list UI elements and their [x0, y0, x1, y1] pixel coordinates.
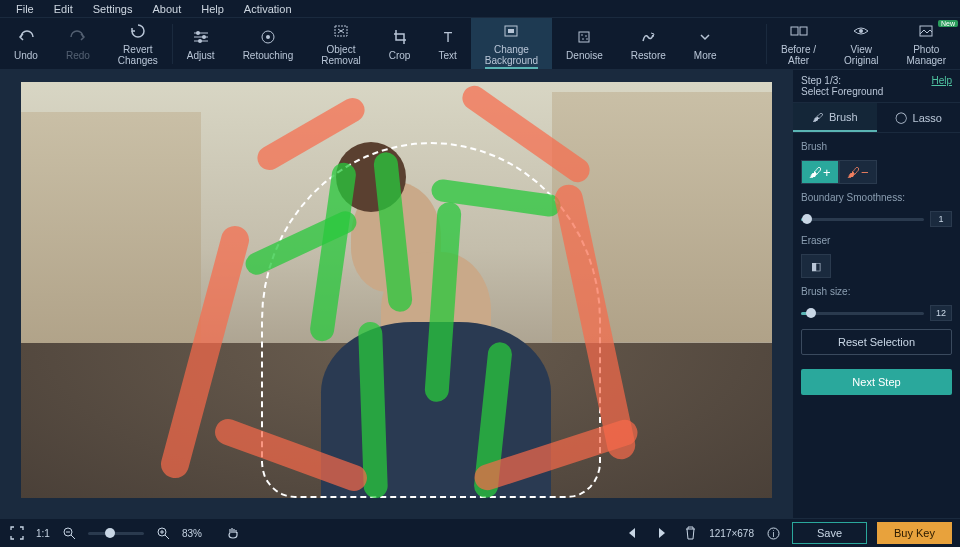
svg-rect-13 [508, 29, 514, 33]
zoom-ratio[interactable]: 1:1 [36, 528, 50, 539]
boundary-label: Boundary Smoothness: [801, 192, 952, 203]
svg-text:T: T [443, 29, 452, 45]
svg-point-3 [196, 31, 200, 35]
menu-activation[interactable]: Activation [234, 1, 302, 17]
zoom-in-button[interactable] [154, 524, 172, 542]
adjust-icon [192, 27, 210, 47]
svg-line-27 [165, 535, 169, 539]
denoise-icon [575, 27, 593, 47]
next-step-button[interactable]: Next Step [801, 369, 952, 395]
tool-tabs: 🖌 Brush ◯ Lasso [793, 103, 960, 133]
background-building [21, 112, 201, 352]
delete-button[interactable] [681, 524, 699, 542]
svg-rect-14 [579, 32, 589, 42]
revert-label: Revert Changes [118, 44, 158, 66]
adjust-button[interactable]: Adjust [173, 18, 229, 69]
fullscreen-button[interactable] [8, 524, 26, 542]
help-link[interactable]: Help [931, 75, 952, 86]
info-button[interactable]: i [764, 524, 782, 542]
undo-icon [17, 27, 35, 47]
object-removal-button[interactable]: Object Removal [307, 18, 374, 69]
svg-point-21 [859, 29, 863, 33]
revert-icon [129, 21, 147, 41]
svg-point-17 [583, 38, 585, 40]
more-button[interactable]: More [680, 18, 731, 69]
tab-brush[interactable]: 🖌 Brush [793, 103, 877, 132]
sidebar: Step 1/3: Select Foreground Help 🖌 Brush… [792, 70, 960, 518]
before-after-icon [789, 21, 809, 41]
menu-settings[interactable]: Settings [83, 1, 143, 17]
next-image-button[interactable] [653, 524, 671, 542]
crop-icon [391, 27, 409, 47]
menubar: File Edit Settings About Help Activation [0, 0, 960, 18]
pan-button[interactable] [224, 524, 242, 542]
eraser-icon: ◧ [811, 260, 821, 273]
eraser-label: Eraser [801, 235, 952, 246]
text-icon: T [439, 27, 457, 47]
boundary-value[interactable]: 1 [930, 211, 952, 227]
save-button[interactable]: Save [792, 522, 867, 544]
svg-rect-20 [800, 27, 807, 35]
canvas-area[interactable] [0, 70, 792, 518]
svg-point-16 [586, 35, 588, 37]
crop-button[interactable]: Crop [375, 18, 425, 69]
retouching-button[interactable]: Retouching [229, 18, 308, 69]
reset-selection-button[interactable]: Reset Selection [801, 329, 952, 355]
undo-button[interactable]: Undo [0, 18, 52, 69]
object-removal-icon [332, 21, 350, 41]
eye-icon [852, 21, 870, 41]
new-badge: New [938, 20, 958, 27]
svg-rect-19 [791, 27, 798, 35]
restore-button[interactable]: Restore [617, 18, 680, 69]
svg-point-5 [198, 39, 202, 43]
image-dimensions: 1217×678 [709, 528, 754, 539]
chevron-down-icon [698, 27, 712, 47]
photo-manager-button[interactable]: New Photo Manager [893, 18, 960, 69]
brush-subtract-button[interactable]: 🖌 − [839, 160, 877, 184]
text-button[interactable]: T Text [424, 18, 470, 69]
zoom-slider[interactable] [88, 532, 144, 535]
buy-key-button[interactable]: Buy Key [877, 522, 952, 544]
photo-manager-icon [917, 21, 935, 41]
tab-lasso-label: Lasso [913, 112, 942, 124]
change-background-button[interactable]: Change Background [471, 18, 552, 69]
brush-size-slider[interactable] [801, 312, 924, 315]
lasso-icon: ◯ [895, 111, 907, 124]
menu-about[interactable]: About [142, 1, 191, 17]
prev-image-button[interactable] [623, 524, 641, 542]
redo-icon [69, 27, 87, 47]
menu-help[interactable]: Help [191, 1, 234, 17]
statusbar: 1:1 83% 1217×678 i Save Buy Key [0, 518, 960, 547]
brush-section-label: Brush [801, 141, 952, 152]
retouching-icon [259, 27, 277, 47]
change-background-icon [502, 21, 520, 41]
redo-button[interactable]: Redo [52, 18, 104, 69]
denoise-button[interactable]: Denoise [552, 18, 617, 69]
tab-brush-label: Brush [829, 111, 858, 123]
canvas[interactable] [21, 82, 772, 498]
step-name: Select Foreground [801, 86, 883, 97]
revert-changes-button[interactable]: Revert Changes [104, 18, 172, 69]
brush-size-label: Brush size: [801, 286, 952, 297]
before-after-button[interactable]: Before / After [767, 18, 830, 69]
brush-modes: 🖌 + 🖌 − [801, 160, 952, 184]
brush-icon: 🖌 [812, 111, 823, 123]
boundary-slider[interactable] [801, 218, 924, 221]
svg-point-18 [587, 38, 589, 40]
eraser-button[interactable]: ◧ [801, 254, 831, 278]
svg-point-15 [582, 34, 584, 36]
svg-line-24 [71, 535, 75, 539]
zoom-percent: 83% [182, 528, 202, 539]
brush-size-value[interactable]: 12 [930, 305, 952, 321]
menu-file[interactable]: File [6, 1, 44, 17]
view-original-button[interactable]: View Original [830, 18, 892, 69]
svg-text:i: i [772, 529, 774, 539]
restore-icon [639, 27, 657, 47]
tab-lasso[interactable]: ◯ Lasso [877, 103, 961, 132]
menu-edit[interactable]: Edit [44, 1, 83, 17]
brush-add-button[interactable]: 🖌 + [801, 160, 839, 184]
zoom-out-button[interactable] [60, 524, 78, 542]
step-header: Step 1/3: Select Foreground Help [793, 70, 960, 103]
svg-point-4 [202, 35, 206, 39]
svg-point-7 [266, 35, 270, 39]
